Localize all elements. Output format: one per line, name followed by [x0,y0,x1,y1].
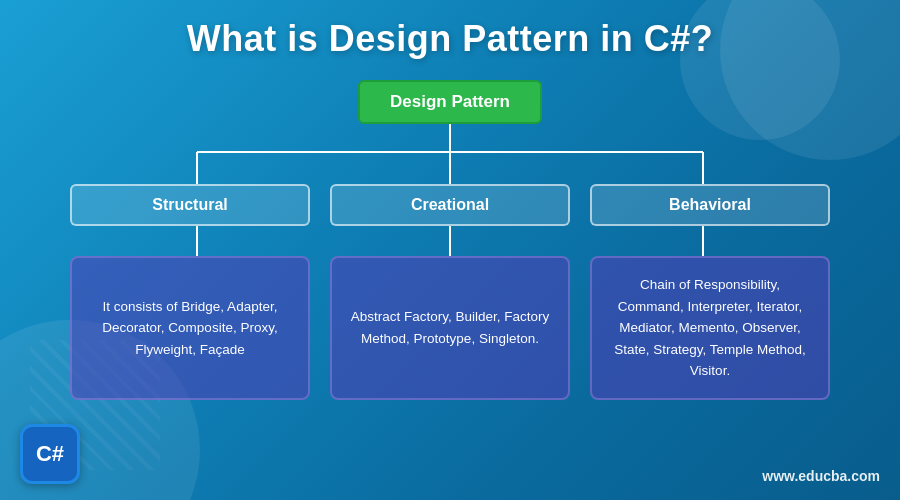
root-row: Design Pattern [70,80,830,124]
category-creational: Creational [330,184,570,226]
root-node: Design Pattern [358,80,542,124]
root-connector [70,124,830,184]
page-title: What is Design Pattern in C#? [0,18,900,60]
category-behavioral: Behavioral [590,184,830,226]
csharp-logo: C# [20,424,80,484]
detail-structural: It consists of Bridge, Adapter, Decorato… [70,256,310,400]
csharp-logo-text: C# [36,441,64,467]
diagram: Design Pattern Structural Creational Beh… [70,80,830,400]
website-label: www.educba.com [762,468,880,484]
category-connector [70,226,830,256]
detail-row: It consists of Bridge, Adapter, Decorato… [70,256,830,400]
category-row: Structural Creational Behavioral [70,184,830,226]
detail-creational: Abstract Factory, Builder, Factory Metho… [330,256,570,400]
category-structural: Structural [70,184,310,226]
detail-behavioral: Chain of Responsibility, Command, Interp… [590,256,830,400]
